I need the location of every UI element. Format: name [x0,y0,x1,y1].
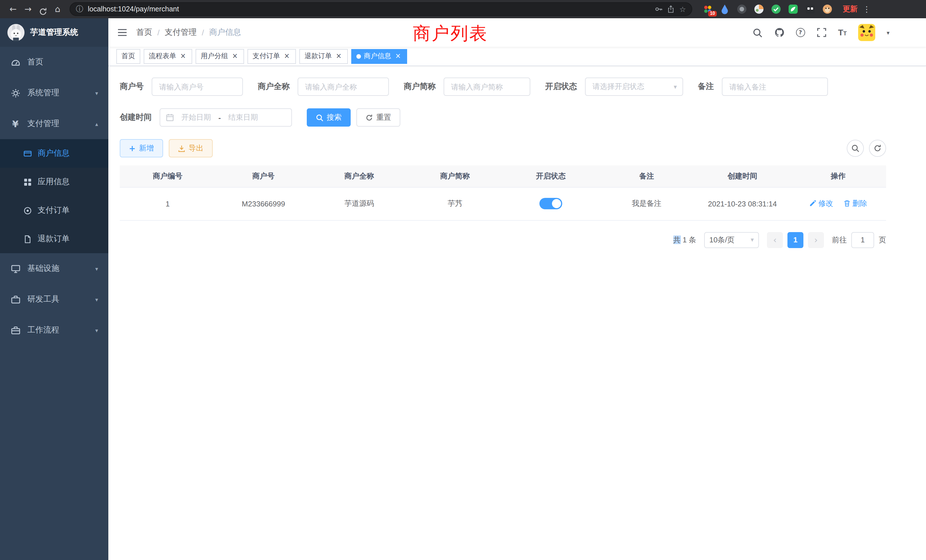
top-navbar: 首页 / 支付管理 / 商户信息 商户列表 [108,18,926,47]
create-time-range-picker[interactable]: 开始日期 - 结束日期 [160,108,292,127]
add-button-label: 新增 [139,143,154,153]
cell-create-time: 2021-10-23 08:31:14 [694,187,790,220]
short-name-input[interactable] [443,77,530,96]
yen-icon: ¥ [10,119,21,129]
col-merchant-no: 商户号 [216,165,311,187]
extension-monkey-icon[interactable] [822,4,832,14]
tab-merchant-info[interactable]: 商户信息 × [351,49,407,64]
next-page-button[interactable]: › [808,232,824,248]
close-icon[interactable]: × [394,52,402,60]
plus-icon: + [129,144,135,153]
browser-forward-icon[interactable]: → [21,0,35,18]
sidebar-item-payment-mgmt[interactable]: ¥ 支付管理 ▴ [0,108,108,139]
status-select[interactable]: 请选择开启状态 ▾ [585,77,683,96]
app-logo[interactable]: 芋道管理系统 [0,18,108,47]
avatar-caret-icon[interactable]: ▾ [887,29,890,36]
chevron-down-icon: ▾ [95,90,98,96]
browser-back-icon[interactable]: ← [6,0,21,18]
extension-check-circle-icon[interactable] [771,4,781,14]
filter-full-name: 商户全称 [258,77,389,96]
page-content: 商户号 商户全称 商户简称 开启状态 请选择开启状态 [108,66,926,560]
tab-label: 首页 [121,51,135,61]
toggle-search-button[interactable] [847,140,864,157]
sidebar-subitem-app-info[interactable]: 应用信息 [0,168,108,196]
browser-update-button[interactable]: 更新 [843,4,858,14]
browser-menu-icon[interactable]: ⋮ [862,0,871,18]
short-name-label: 商户简称 [404,82,436,92]
close-icon[interactable]: × [283,52,291,60]
tab-home[interactable]: 首页 [117,49,140,64]
browser-reload-icon[interactable] [35,3,50,16]
sidebar-subitem-label: 退款订单 [38,234,108,244]
delete-link[interactable]: 删除 [843,198,867,209]
logo-avatar [8,24,24,41]
goto-page-input[interactable] [851,232,874,248]
search-button[interactable]: 搜索 [307,108,351,127]
page-size-select[interactable]: 10条/页 ▾ [704,232,759,248]
sidebar-item-infrastructure[interactable]: 基础设施 ▾ [0,253,108,284]
extension-green-square-icon[interactable] [788,4,798,14]
breadcrumb-payment[interactable]: 支付管理 [165,27,197,38]
close-icon[interactable]: × [179,52,187,60]
browser-home-icon[interactable]: ⌂ [50,0,65,18]
breadcrumb-separator: / [202,28,204,37]
font-size-icon[interactable]: TT [838,27,847,38]
cell-remark: 我是备注 [599,187,694,220]
url-text[interactable]: localhost:1024/pay/merchant [88,5,650,13]
prev-page-button[interactable]: ‹ [767,232,783,248]
extension-grid-icon[interactable]: 10 [702,4,713,14]
tab-pay-order[interactable]: 支付订单 × [247,49,296,64]
help-icon[interactable]: ? [796,28,805,37]
address-bar[interactable]: ⓘ localhost:1024/pay/merchant ☆ [70,2,692,16]
trash-icon [843,200,851,207]
tab-refund-order[interactable]: 退款订单 × [300,49,348,64]
tags-view: 首页 流程表单 × 用户分组 × 支付订单 × 退款订单 × [108,47,926,66]
extension-dark-square-icon[interactable] [805,4,816,14]
page-number-1[interactable]: 1 [787,232,803,248]
breadcrumb-home[interactable]: 首页 [136,27,152,38]
edit-link[interactable]: 修改 [809,198,833,209]
reset-button[interactable]: 重置 [356,108,400,127]
sidebar-item-dev-tools[interactable]: 研发工具 ▾ [0,284,108,315]
filter-row-2: 创建时间 开始日期 - 结束日期 [120,108,886,127]
extension-color-circle-icon[interactable] [754,4,764,14]
font-size-large-glyph: T [838,27,843,37]
github-icon[interactable] [774,27,784,38]
close-icon[interactable]: × [231,52,239,60]
share-icon[interactable] [667,5,675,13]
pagination: 共 1 条 10条/页 ▾ ‹ 1 › 前往 页 [120,232,886,248]
sidebar-subitem-pay-order[interactable]: 支付订单 [0,196,108,225]
page-unit-label: 页 [879,235,886,245]
sidebar-subitem-label: 商户信息 [38,148,108,159]
password-key-icon[interactable] [655,5,663,13]
fullscreen-icon[interactable] [816,27,826,38]
remark-input[interactable] [722,77,828,96]
tab-user-group[interactable]: 用户分组 × [195,49,244,64]
tab-process-form[interactable]: 流程表单 × [144,49,192,64]
date-end-placeholder: 结束日期 [224,112,262,123]
bookmark-star-icon[interactable]: ☆ [679,5,686,14]
extension-dark-circle-icon[interactable] [737,4,747,14]
search-icon[interactable] [752,27,763,38]
add-button[interactable]: + 新增 [120,139,163,157]
status-toggle[interactable] [539,198,562,209]
toolbox-icon [10,294,21,304]
close-icon[interactable]: × [335,52,343,60]
sidebar-item-home[interactable]: 首页 [0,47,108,77]
collapse-sidebar-button[interactable] [108,29,136,36]
export-button[interactable]: 导出 [168,139,212,157]
page-info-icon[interactable]: ⓘ [76,4,83,14]
sidebar-item-system-mgmt[interactable]: 系统管理 ▾ [0,77,108,108]
breadcrumb-current: 商户信息 [209,27,241,38]
merchant-no-input[interactable] [152,77,243,96]
page-size-value: 10条/页 [709,235,734,245]
chevron-up-icon: ▴ [95,121,98,127]
extension-badge: 10 [708,11,717,17]
sidebar-item-workflow[interactable]: 工作流程 ▾ [0,315,108,345]
sidebar-subitem-refund-order[interactable]: 退款订单 [0,225,108,253]
refresh-table-button[interactable] [869,140,886,157]
sidebar-subitem-merchant-info[interactable]: 商户信息 [0,139,108,168]
extension-drop-icon[interactable] [720,4,730,14]
user-avatar[interactable] [858,24,875,41]
full-name-input[interactable] [298,77,389,96]
